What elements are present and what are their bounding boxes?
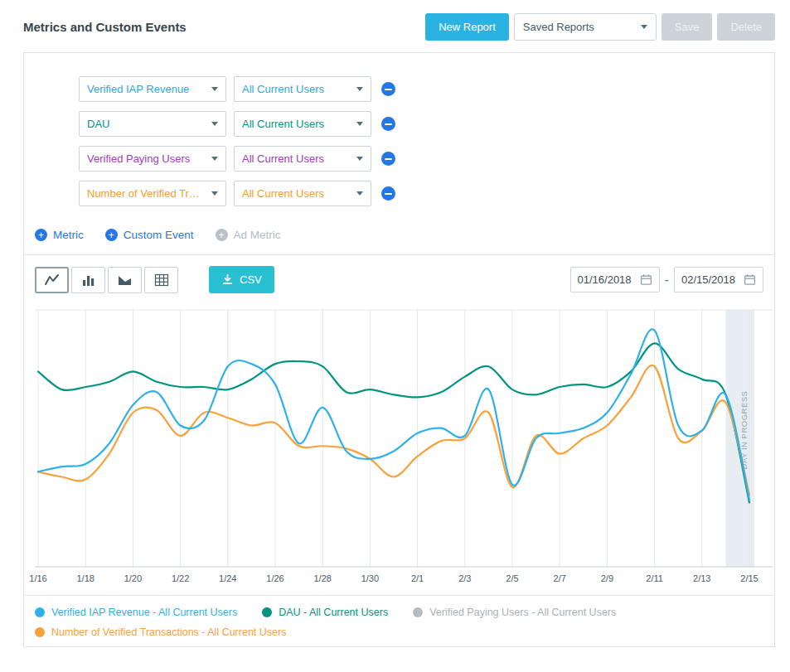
svg-text:1/22: 1/22 xyxy=(172,573,189,583)
download-icon xyxy=(221,273,234,286)
segment-select-label: All Current Users xyxy=(242,187,324,200)
segment-select[interactable]: All Current Users xyxy=(234,146,371,172)
svg-text:1/24: 1/24 xyxy=(219,573,236,583)
save-button[interactable]: Save xyxy=(662,13,713,41)
bar-chart-button[interactable] xyxy=(71,267,105,293)
delete-button[interactable]: Delete xyxy=(717,13,775,41)
legend-item[interactable]: Verified Paying Users - All Current User… xyxy=(413,607,616,618)
legend-label: DAU - All Current Users xyxy=(279,607,388,618)
legend-dot-icon xyxy=(35,627,45,637)
metric-row: Verified IAP Revenue All Current Users xyxy=(79,76,774,102)
plus-icon xyxy=(105,229,118,241)
chart-type-group xyxy=(35,267,181,293)
svg-text:2/9: 2/9 xyxy=(601,573,613,583)
metric-rows: Verified IAP Revenue All Current Users D… xyxy=(24,53,774,206)
metric-select[interactable]: Number of Verified Trans... xyxy=(79,181,226,206)
add-custom-event-button[interactable]: Custom Event xyxy=(105,229,194,241)
date-to-input[interactable]: 02/15/2018 xyxy=(674,267,763,292)
topbar: Metrics and Custom Events New Report Sav… xyxy=(0,0,790,41)
chart-toolbar: CSV 01/16/2018 - 02/15/2018 xyxy=(24,255,774,298)
legend-dot-icon xyxy=(413,607,423,617)
add-row: Metric Custom Event Ad Metric xyxy=(24,215,774,255)
svg-text:2/5: 2/5 xyxy=(506,573,518,583)
calendar-icon xyxy=(640,273,652,286)
chevron-down-icon xyxy=(356,87,363,91)
chevron-down-icon xyxy=(356,191,363,196)
legend-label: Verified IAP Revenue - All Current Users xyxy=(51,607,237,618)
chevron-down-icon xyxy=(356,157,363,161)
svg-text:1/16: 1/16 xyxy=(29,573,46,583)
remove-metric-button[interactable] xyxy=(381,82,395,96)
add-metric-label: Metric xyxy=(53,229,84,241)
legend-dot-icon xyxy=(35,607,45,617)
add-metric-button[interactable]: Metric xyxy=(35,229,84,241)
chevron-down-icon xyxy=(211,157,218,161)
calendar-icon xyxy=(744,273,756,286)
remove-metric-button[interactable] xyxy=(381,117,395,131)
add-ad-metric-button[interactable]: Ad Metric xyxy=(216,229,281,241)
segment-select[interactable]: All Current Users xyxy=(234,111,371,137)
chevron-down-icon xyxy=(211,87,218,91)
svg-text:2/11: 2/11 xyxy=(646,573,663,583)
metric-select[interactable]: DAU xyxy=(79,111,226,137)
metric-select[interactable]: Verified Paying Users xyxy=(79,146,226,172)
report-panel: Verified IAP Revenue All Current Users D… xyxy=(23,52,775,647)
svg-text:1/28: 1/28 xyxy=(313,573,331,583)
remove-metric-button[interactable] xyxy=(381,152,395,166)
svg-text:1/26: 1/26 xyxy=(266,573,284,583)
area-chart-icon xyxy=(117,273,133,288)
add-custom-event-label: Custom Event xyxy=(124,229,194,241)
segment-select-label: All Current Users xyxy=(242,118,324,130)
metric-row: Verified Paying Users All Current Users xyxy=(79,146,774,172)
svg-text:1/20: 1/20 xyxy=(124,573,142,583)
line-chart[interactable]: 1/161/181/201/221/241/261/281/302/12/32/… xyxy=(35,305,773,590)
table-view-button[interactable] xyxy=(144,267,178,293)
segment-select[interactable]: All Current Users xyxy=(234,181,371,206)
legend-label: Number of Verified Transactions - All Cu… xyxy=(51,626,286,638)
metric-row: Number of Verified Trans... All Current … xyxy=(79,181,774,206)
date-to-value: 02/15/2018 xyxy=(681,273,735,286)
minus-icon xyxy=(385,123,392,125)
legend-label: Verified Paying Users - All Current User… xyxy=(429,607,616,618)
chevron-down-icon xyxy=(211,122,218,126)
metric-row: DAU All Current Users xyxy=(79,111,774,137)
segment-select-label: All Current Users xyxy=(242,152,324,165)
metric-select[interactable]: Verified IAP Revenue xyxy=(79,76,226,102)
chevron-down-icon xyxy=(356,122,363,126)
remove-metric-button[interactable] xyxy=(381,186,395,201)
area-chart-button[interactable] xyxy=(108,267,142,293)
csv-download-button[interactable]: CSV xyxy=(209,266,274,293)
legend-item[interactable]: Verified IAP Revenue - All Current Users xyxy=(35,607,237,618)
legend-item[interactable]: Number of Verified Transactions - All Cu… xyxy=(35,626,286,638)
minus-icon xyxy=(385,158,392,160)
date-from-value: 01/16/2018 xyxy=(578,273,632,286)
segment-select[interactable]: All Current Users xyxy=(234,76,371,102)
csv-label: CSV xyxy=(240,273,262,286)
legend-item[interactable]: DAU - All Current Users xyxy=(262,607,388,618)
minus-icon xyxy=(385,193,392,195)
minus-icon xyxy=(385,89,392,90)
saved-reports-label: Saved Reports xyxy=(523,21,594,33)
segment-select-label: All Current Users xyxy=(242,83,324,95)
saved-reports-select[interactable]: Saved Reports xyxy=(514,13,657,41)
svg-text:2/1: 2/1 xyxy=(411,573,424,583)
new-report-button[interactable]: New Report xyxy=(425,13,509,41)
chart-area: 1/161/181/201/221/241/261/281/302/12/32/… xyxy=(24,298,774,590)
svg-text:2/7: 2/7 xyxy=(554,573,566,583)
legend-dot-icon xyxy=(262,607,272,617)
svg-text:2/13: 2/13 xyxy=(693,573,710,583)
chart-legend: Verified IAP Revenue - All Current Users… xyxy=(24,595,774,638)
svg-text:1/18: 1/18 xyxy=(76,573,94,583)
svg-text:2/15: 2/15 xyxy=(740,573,758,583)
plus-icon xyxy=(35,229,47,241)
line-chart-button[interactable] xyxy=(35,267,69,293)
add-ad-metric-label: Ad Metric xyxy=(234,229,281,241)
line-chart-icon xyxy=(44,273,61,288)
date-from-input[interactable]: 01/16/2018 xyxy=(570,267,660,292)
page-title: Metrics and Custom Events xyxy=(23,20,187,34)
metric-select-label: DAU xyxy=(87,118,109,130)
topbar-actions: New Report Saved Reports Save Delete xyxy=(425,13,775,41)
plus-icon xyxy=(216,229,228,241)
metric-select-label: Verified Paying Users xyxy=(87,152,190,165)
svg-text:1/30: 1/30 xyxy=(361,573,379,583)
